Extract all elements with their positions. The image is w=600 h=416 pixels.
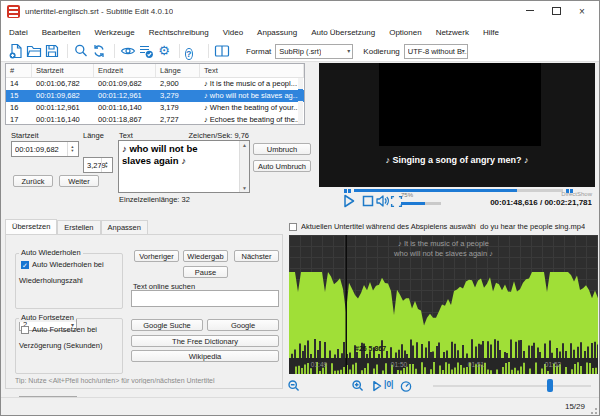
auto-repeat-checkbox-label[interactable]: Auto Wiederholen bei <box>32 260 104 269</box>
start-time-label: Startzeit <box>11 131 39 140</box>
menu-item-anpassung[interactable]: Anpassung <box>257 28 297 37</box>
single-line-length-label: Einzelzeilenlänge: 32 <box>119 195 190 204</box>
close-button[interactable]: × <box>571 1 593 22</box>
open-file-icon[interactable] <box>26 43 42 59</box>
zoom-out-icon[interactable] <box>287 379 301 393</box>
waveform-subtitle-line1: ♪ It is the music of a people <box>289 239 598 248</box>
waveform-position-slider[interactable] <box>433 385 591 387</box>
auto-repeat-group-label: Auto Wiederholen <box>19 248 83 257</box>
cell-number: 15 <box>6 90 32 102</box>
pause-button[interactable]: Pause <box>183 266 228 278</box>
waveform-canvas[interactable]: ♪ It is the music of a people who will n… <box>289 235 598 374</box>
duration-spinner[interactable]: 3,279 ▴▾ <box>83 157 113 173</box>
playback-speed-icon[interactable] <box>399 379 413 393</box>
settings-gear-icon[interactable]: ⚙ <box>156 43 172 59</box>
format-label: Format <box>246 47 271 56</box>
cell-text: ♪ Echoes the beating of the... <box>200 114 304 126</box>
cell-number: 14 <box>6 78 32 90</box>
textarea-scrollbar[interactable]: ▲▼ <box>239 141 249 192</box>
volume-fill <box>401 202 425 205</box>
help-icon[interactable]: ? <box>185 43 201 59</box>
next-button[interactable]: Nächster <box>234 250 279 262</box>
video-frame <box>379 63 541 146</box>
menu-item-datei[interactable]: Datei <box>9 28 28 37</box>
menu-item-werkzeuge[interactable]: Werkzeuge <box>94 28 134 37</box>
menu-item-video[interactable]: Video <box>223 28 243 37</box>
google-search-button[interactable]: Google Suche <box>131 319 203 331</box>
new-file-icon[interactable] <box>8 43 24 59</box>
menu-item-hilfe[interactable]: Hilfe <box>483 28 499 37</box>
scrollbar-thumb[interactable] <box>298 89 303 101</box>
video-display[interactable]: ♪ Singing a song of angry men? ♪ <box>319 63 595 187</box>
cell-start: 00:01:09,682 <box>32 90 94 102</box>
select-current-subtitle-label[interactable]: Aktuellen Untertitel während des Abspiel… <box>301 222 476 231</box>
start-time-spinner[interactable]: 00:01:09,682 ▴▾ <box>11 141 79 157</box>
encoding-combobox[interactable]: UTF-8 without B...▾ <box>404 44 468 59</box>
video-file-name: do yu hear the people sing.mp4 <box>480 222 585 231</box>
table-row[interactable]: 1700:01:16,14000:01:18,8672,727♪ Echoes … <box>6 114 304 126</box>
select-current-subtitle-checkbox[interactable] <box>289 223 297 231</box>
stop-icon[interactable] <box>360 193 376 209</box>
previous-button[interactable]: Vorheriger <box>134 250 179 262</box>
free-dictionary-button[interactable]: The Free Dictionary <box>131 335 279 347</box>
subtitle-text-editor[interactable]: ♪ who will not be slaves again ♪ ▲▼ <box>118 140 250 193</box>
layout-icon[interactable] <box>214 43 230 59</box>
auto-continue-checkbox-label[interactable]: Auto Fortsetzen bei <box>32 325 97 334</box>
col-end: Endzeit <box>94 64 156 77</box>
auto-repeat-checkbox[interactable]: ✓ <box>21 261 29 269</box>
table-row[interactable]: 1600:01:12,96100:01:16,1403,179♪ When th… <box>6 102 304 114</box>
scroll-down-icon[interactable]: ▼ <box>240 185 249 191</box>
menu-item-optionen[interactable]: Optionen <box>389 28 421 37</box>
spinner-arrows-icon[interactable]: ▴▾ <box>67 142 77 156</box>
maximize-button[interactable] <box>545 1 567 22</box>
status-bar: 15/29 <box>1 397 599 416</box>
waveform-region-label: #26 5,867 <box>355 345 386 352</box>
save-icon[interactable] <box>44 43 60 59</box>
list-scrollbar[interactable] <box>298 78 303 124</box>
find-icon[interactable] <box>73 43 89 59</box>
waveform-play-icon[interactable] <box>370 379 384 393</box>
center-position-icon[interactable]: |0| <box>384 379 393 389</box>
replace-icon[interactable] <box>91 43 107 59</box>
status-position: 15/29 <box>565 402 585 411</box>
cell-length: 3,279 <box>156 90 200 102</box>
volume-slider[interactable] <box>401 202 441 205</box>
list-header[interactable]: # Startzeit Endzeit Länge Text <box>6 64 304 78</box>
spell-check-icon[interactable] <box>138 43 154 59</box>
tab-anpassen[interactable]: Anpassen <box>101 220 148 235</box>
previous-subtitle-button[interactable]: Zurück <box>13 175 53 187</box>
cell-text: ♪ When the beating of your... <box>200 102 304 114</box>
tab-erstellen[interactable]: Erstellen <box>57 220 100 235</box>
next-subtitle-button[interactable]: Weiter <box>59 175 99 187</box>
format-combobox[interactable]: SubRip (.srt)▾ <box>275 44 353 59</box>
online-search-input[interactable] <box>131 290 279 307</box>
visual-sync-eye-icon[interactable] <box>120 43 136 59</box>
col-start: Startzeit <box>32 64 94 77</box>
spinner-arrows-icon[interactable]: ▴▾ <box>101 158 111 172</box>
waveform-slider-thumb[interactable] <box>547 379 553 392</box>
application-window: untertitel-englisch.srt - Subtitle Edit … <box>0 0 600 416</box>
menu-item-rechtschreibung[interactable]: Rechtschreibung <box>149 28 209 37</box>
minimize-button[interactable] <box>519 1 541 22</box>
table-row[interactable]: 1400:01:06,78200:01:09,6822,900♪ It is t… <box>6 78 304 90</box>
wikipedia-button[interactable]: Wikipedia <box>131 350 279 362</box>
table-row-selected[interactable]: 1500:01:09,68200:01:12,9613,279♪ who wil… <box>6 90 304 102</box>
resize-grip[interactable] <box>589 408 597 416</box>
volume-icon[interactable] <box>375 193 391 209</box>
play-button[interactable]: Wiedergab <box>183 250 228 262</box>
menu-item-netzwerk[interactable]: Netzwerk <box>436 28 469 37</box>
cell-text: ♪ It is the music of a peopl... <box>200 78 304 90</box>
scroll-up-icon[interactable]: ▲ <box>240 142 249 148</box>
col-length: Länge <box>156 64 200 77</box>
line-break-button[interactable]: Umbruch <box>253 143 311 155</box>
auto-break-button[interactable]: Auto Umbruch <box>253 160 311 172</box>
google-button[interactable]: Google <box>207 319 279 331</box>
menu-item-bearbeiten[interactable]: Bearbeiten <box>42 28 81 37</box>
tab-uebersetzen[interactable]: Übersetzen <box>5 219 57 235</box>
menu-item-auto-uebersetzung[interactable]: Auto Übersetzung <box>311 28 375 37</box>
auto-continue-checkbox[interactable] <box>21 326 29 334</box>
cell-length: 2,900 <box>156 78 200 90</box>
zoom-in-icon[interactable] <box>351 379 365 393</box>
play-icon[interactable] <box>341 193 357 209</box>
encoding-value: UTF-8 without B... <box>408 47 467 56</box>
